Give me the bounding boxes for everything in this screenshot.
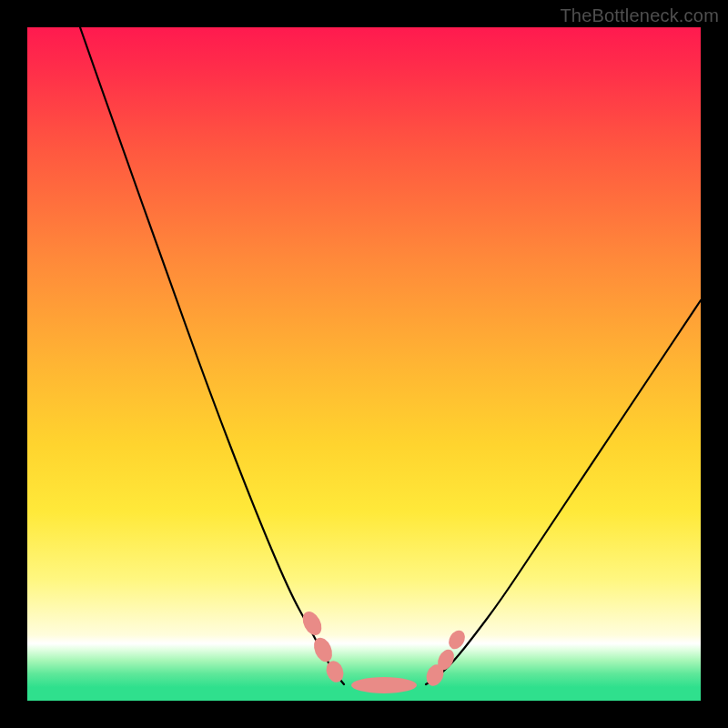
right-curve: [426, 300, 701, 684]
watermark-text: TheBottleneck.com: [560, 5, 719, 26]
chart-frame: TheBottleneck.com: [0, 0, 728, 728]
trough-marker: [310, 635, 336, 665]
trough-marker: [351, 677, 417, 693]
plot-area: [25, 25, 703, 703]
trough-marker: [323, 659, 346, 685]
left-curve: [80, 27, 344, 684]
trough-markers: [298, 608, 468, 693]
trough-marker: [298, 608, 325, 638]
curve-svg: [27, 27, 701, 701]
